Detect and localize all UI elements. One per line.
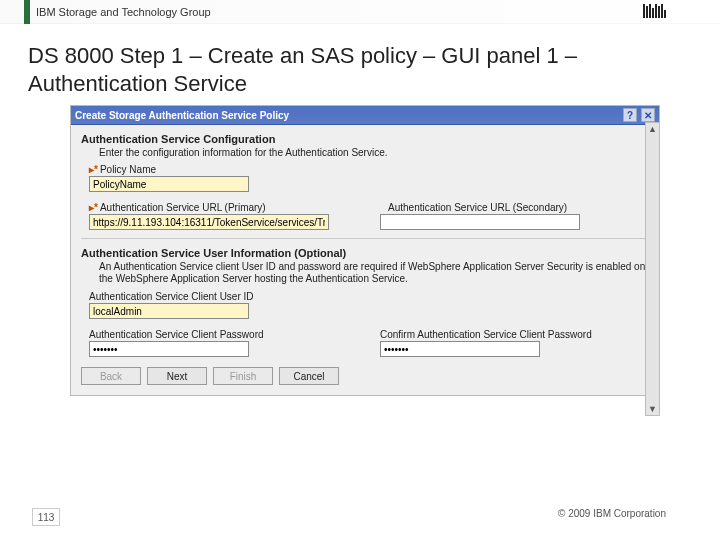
wizard-button-row: Back Next Finish Cancel — [81, 367, 649, 385]
close-icon[interactable]: ✕ — [641, 108, 655, 122]
help-icon[interactable]: ? — [623, 108, 637, 122]
client-password-label: Authentication Service Client Password — [89, 329, 350, 340]
url-primary-label: ▸*Authentication Service URL (Primary) — [89, 202, 350, 213]
back-button[interactable]: Back — [81, 367, 141, 385]
url-secondary-label: Authentication Service URL (Secondary) — [388, 202, 649, 213]
confirm-password-input[interactable] — [380, 341, 540, 357]
ibm-logo-icon — [643, 4, 666, 18]
page-number: 113 — [32, 508, 60, 526]
section-user-info-note: An Authentication Service client User ID… — [99, 261, 649, 285]
client-user-label: Authentication Service Client User ID — [89, 291, 649, 302]
section-user-info-title: Authentication Service User Information … — [81, 247, 649, 259]
slide-heading: DS 8000 Step 1 – Create an SAS policy – … — [0, 24, 720, 105]
header-accent — [24, 0, 30, 24]
dialog-window: Create Storage Authentication Service Po… — [70, 105, 660, 396]
finish-button[interactable]: Finish — [213, 367, 273, 385]
section-auth-config-sub: Enter the configuration information for … — [99, 147, 649, 158]
client-password-input[interactable] — [89, 341, 249, 357]
section-auth-config-title: Authentication Service Configuration — [81, 133, 649, 145]
vertical-scrollbar[interactable]: ▲ ▼ — [645, 122, 660, 416]
next-button[interactable]: Next — [147, 367, 207, 385]
url-primary-input[interactable] — [89, 214, 329, 230]
dialog-body: Authentication Service Configuration Ent… — [71, 125, 659, 395]
policy-name-input[interactable] — [89, 176, 249, 192]
dialog-title: Create Storage Authentication Service Po… — [75, 110, 289, 121]
client-user-input[interactable] — [89, 303, 249, 319]
slide-footer: 113 © 2009 IBM Corporation — [0, 508, 720, 526]
dialog-titlebar: Create Storage Authentication Service Po… — [71, 106, 659, 125]
confirm-password-label: Confirm Authentication Service Client Pa… — [380, 329, 649, 340]
cancel-button[interactable]: Cancel — [279, 367, 339, 385]
header-title: IBM Storage and Technology Group — [36, 6, 211, 18]
policy-name-label: ▸*Policy Name — [89, 164, 649, 175]
scroll-up-icon[interactable]: ▲ — [647, 123, 658, 135]
scroll-down-icon[interactable]: ▼ — [647, 403, 658, 415]
copyright-text: © 2009 IBM Corporation — [558, 508, 666, 526]
header-bar: IBM Storage and Technology Group — [0, 0, 720, 24]
url-secondary-input[interactable] — [380, 214, 580, 230]
divider — [81, 238, 649, 239]
